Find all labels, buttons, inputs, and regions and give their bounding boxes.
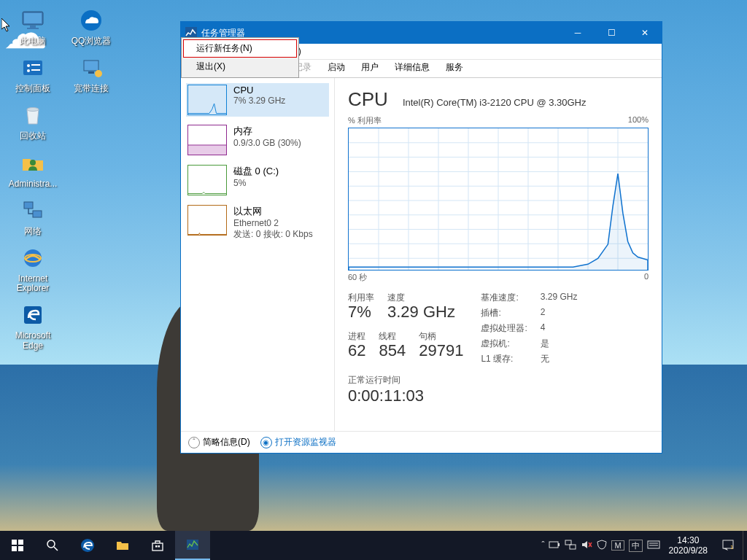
taskbar-task-manager[interactable] [175,531,210,560]
desktop-icon-broadband[interactable]: 宽带连接 [64,53,118,93]
recycle-bin-icon [18,101,47,130]
svg-rect-21 [188,145,226,155]
tray-network-icon[interactable] [565,540,576,552]
svg-rect-53 [565,540,571,545]
tab-details[interactable]: 详细信息 [387,58,438,77]
svg-rect-6 [31,64,40,66]
system-tray: ˆ M 中 [538,540,662,552]
taskbar-edge[interactable] [70,531,105,560]
svg-point-7 [27,69,30,72]
open-resource-monitor-link[interactable]: ◉打开资源监视器 [260,436,336,448]
folder-user-icon [18,149,47,178]
tray-battery-icon[interactable] [549,540,560,551]
monitor-icon [18,6,47,35]
svg-rect-49 [158,545,160,548]
menu-item-exit[interactable]: 退出(X) [183,58,297,76]
graph-ymax: 100% [628,115,649,126]
svg-rect-42 [12,546,17,551]
card-sub: 5% [233,178,279,188]
taskbar-file-explorer[interactable] [105,531,140,560]
svg-rect-12 [33,211,42,217]
tab-services[interactable]: 服务 [438,58,471,77]
desktop-label: 此电脑 [20,36,46,46]
content: CPU7% 3.29 GHz 内存0.9/3.0 GB (30%) 磁盘 0 (… [181,78,662,431]
memory-thumb [187,125,227,155]
tray-volume-icon[interactable] [581,540,592,552]
control-panel-icon [18,53,47,82]
svg-rect-18 [88,71,94,74]
svg-rect-43 [18,546,23,551]
tray-defender-icon[interactable] [597,540,607,552]
taskbar: ˆ M 中 14:30 2020/9/28 1 [0,531,747,560]
desktop-icon-this-pc[interactable]: 此电脑 [6,6,60,46]
menu-item-run-new-task[interactable]: 运行新任务(N) [183,39,297,58]
clock-date: 2020/9/28 [669,545,708,556]
desktop-icon-qq-browser[interactable]: QQ浏览器 [64,6,118,46]
minimize-button[interactable]: ─ [561,22,595,44]
file-menu-dropdown: 运行新任务(N) 退出(X) [181,37,299,78]
vm-value: 是 [541,338,578,350]
side-card-cpu[interactable]: CPU7% 3.29 GHz [186,83,329,117]
brief-info-button[interactable]: ˆ简略信息(D) [188,436,250,448]
desktop-icon-recycle-bin[interactable]: 回收站 [6,101,60,141]
graph-xright: 0 [644,272,649,283]
desktop-icon-ie[interactable]: Internet Explorer [6,244,60,293]
desktop-icon-edge[interactable]: Microsoft Edge [6,300,60,350]
card-sub: 7% 3.29 GHz [233,96,285,106]
tab-users[interactable]: 用户 [353,58,387,77]
desktop-label: 宽带连接 [74,84,109,93]
graph-xleft: 60 秒 [348,272,367,283]
show-desktop-button[interactable] [743,531,747,560]
card-title: CPU [233,85,285,96]
task-manager-window: 任务管理器 ─ ☐ ✕ 文件(F) 选项(O) 查看(V) 进程 性能 应用历史… [180,21,662,454]
desktop-icon-control-panel[interactable]: 控制面板 [6,53,60,93]
search-button[interactable] [35,531,70,560]
taskbar-store[interactable] [140,531,175,560]
tab-startup[interactable]: 启动 [320,58,353,77]
svg-rect-4 [23,61,42,75]
desktop-label: 控制面板 [15,84,50,93]
edge-icon [18,300,47,330]
action-center-button[interactable]: 1 [713,538,743,553]
svg-rect-47 [152,543,163,551]
svg-point-44 [47,540,55,548]
desktop-icons-col1: 此电脑 控制面板 回收站 Administra... 网络 Internet E… [6,6,60,351]
desktop-icon-network[interactable]: 网络 [6,196,60,236]
close-button[interactable]: ✕ [628,22,662,44]
taskbar-clock[interactable]: 14:30 2020/9/28 [663,535,713,556]
svg-line-45 [54,547,58,551]
maximize-button[interactable]: ☐ [595,22,628,44]
svg-rect-57 [648,541,659,548]
svg-rect-54 [570,545,576,549]
cpu-thumb [187,85,227,115]
desktop-icon-administrator[interactable]: Administra... [6,149,60,189]
svg-rect-51 [549,542,558,548]
base-value: 3.29 GHz [541,292,578,304]
cpu-graph[interactable] [348,128,649,271]
desktop-label: Microsoft Edge [6,331,60,350]
start-button[interactable] [0,531,35,560]
tray-ime-m[interactable]: M [611,540,624,551]
desktop-label: QQ浏览器 [71,36,112,46]
chevron-up-icon: ˆ [188,437,200,448]
vproc-label: 虚拟处理器: [481,322,527,335]
svg-rect-11 [24,202,33,209]
side-card-ethernet[interactable]: 以太网Ethernet0 2发送: 0 接收: 0 Kbps [186,203,329,242]
ethernet-thumb [187,205,227,236]
speed-value: 3.29 GHz [387,303,455,322]
svg-point-10 [30,160,36,166]
tray-ime-lang[interactable]: 中 [629,540,643,552]
thread-value: 854 [379,341,406,360]
tray-keyboard-icon[interactable] [647,540,660,551]
graph-wrap: % 利用率100% 60 秒0 [348,115,649,283]
svg-rect-3 [27,28,39,29]
main-panel: CPU Intel(R) Core(TM) i3-2120 CPU @ 3.30… [335,78,662,431]
svg-rect-40 [12,540,17,545]
stats: 利用率7% 速度3.29 GHz 进程62 线程854 句柄29791 基准速度… [348,292,649,365]
tray-chevron-icon[interactable]: ˆ [541,540,544,551]
card-title: 磁盘 0 (C:) [233,165,279,178]
side-card-disk[interactable]: 磁盘 0 (C:)5% [186,163,329,197]
card-title: 内存 [233,125,301,138]
card-sub: Ethernet0 2 [233,218,313,228]
side-card-memory[interactable]: 内存0.9/3.0 GB (30%) [186,123,329,157]
